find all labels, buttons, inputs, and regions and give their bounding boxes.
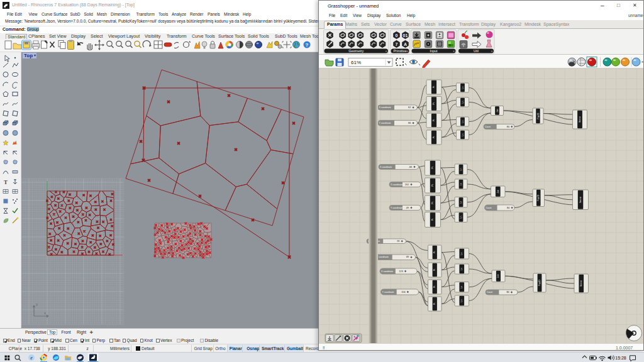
svg-text:+: + xyxy=(491,49,492,53)
svg-text:99: 99 xyxy=(397,240,399,243)
svg-text:Geometry: Geometry xyxy=(348,49,364,53)
svg-text:Ln: Ln xyxy=(462,101,464,104)
svg-text:+: + xyxy=(385,49,387,53)
svg-text:Ln: Ln xyxy=(460,168,462,171)
svg-text:62: 62 xyxy=(408,106,411,109)
svg-text:49: 49 xyxy=(406,207,409,209)
svg-text:Ln: Ln xyxy=(460,201,462,204)
svg-text:Pop2D: Pop2D xyxy=(538,279,541,285)
svg-text:e: e xyxy=(30,355,33,361)
svg-text:69: 69 xyxy=(406,256,409,258)
svg-text:Ln: Ln xyxy=(460,253,463,255)
svg-text:156: 156 xyxy=(401,291,405,293)
svg-text:80: 80 xyxy=(507,207,509,209)
svg-text:01: 01 xyxy=(403,33,408,38)
svg-text:X coordinate: X coordinate xyxy=(380,166,392,168)
svg-text:-66: -66 xyxy=(409,166,413,168)
svg-text:7: 7 xyxy=(396,42,398,47)
svg-text:Join: Join xyxy=(496,109,499,112)
svg-text:80: 80 xyxy=(507,126,509,128)
svg-text:Pt: Pt xyxy=(431,219,434,221)
svg-text:Primitive: Primitive xyxy=(393,49,406,53)
svg-text:Pt: Pt xyxy=(433,303,436,305)
svg-text:Y coordinate: Y coordinate xyxy=(377,256,389,258)
svg-text:Pt: Pt xyxy=(433,136,435,138)
svg-text:123: 123 xyxy=(399,270,402,273)
svg-text:Voronoi: Voronoi xyxy=(579,116,581,123)
svg-text:Join: Join xyxy=(497,274,500,278)
svg-text:Count: Count xyxy=(487,291,492,293)
svg-text:Pt: Pt xyxy=(433,102,435,104)
svg-text:Pt: Pt xyxy=(431,167,434,168)
svg-text:+: + xyxy=(453,49,455,53)
svg-text:X coordinate: X coordinate xyxy=(379,106,391,109)
svg-text:Ln: Ln xyxy=(462,87,464,89)
svg-text:Util: Util xyxy=(474,49,479,53)
svg-text:Pop2D: Pop2D xyxy=(537,194,540,200)
svg-text:Y coordinate: Y coordinate xyxy=(379,122,391,124)
svg-text:61%: 61% xyxy=(351,60,361,65)
svg-text:Ln: Ln xyxy=(462,121,464,123)
svg-text:15:28: 15:28 xyxy=(615,356,626,360)
svg-text:Y coordinate: Y coordinate xyxy=(382,291,394,293)
svg-text:Ln: Ln xyxy=(462,134,464,136)
svg-text:x: x xyxy=(44,311,46,315)
svg-text:86: 86 xyxy=(408,122,411,124)
svg-text:Pt: Pt xyxy=(431,202,434,204)
svg-text:Voronoi: Voronoi xyxy=(579,196,582,203)
svg-text:Ln: Ln xyxy=(460,183,462,185)
svg-text:0: 0 xyxy=(396,33,398,38)
svg-text:Ln: Ln xyxy=(460,300,463,302)
svg-text:Y coordinate: Y coordinate xyxy=(391,207,402,209)
svg-text:Ln: Ln xyxy=(460,216,462,219)
svg-text:X coordinate: X coordinate xyxy=(391,184,402,186)
svg-text:Ln: Ln xyxy=(460,268,463,270)
svg-text:y: y xyxy=(36,302,38,306)
svg-text:Voronoi: Voronoi xyxy=(580,280,582,287)
svg-text:Pt: Pt xyxy=(433,269,436,271)
svg-text:?: ? xyxy=(306,42,309,48)
svg-text:80: 80 xyxy=(506,291,509,293)
svg-text:Join: Join xyxy=(497,190,499,194)
svg-text:Input: Input xyxy=(430,49,438,53)
svg-text:Pt: Pt xyxy=(433,119,435,121)
svg-text:Pop2D: Pop2D xyxy=(537,112,540,119)
svg-text:Count: Count xyxy=(485,126,491,128)
svg-text:Count: Count xyxy=(486,207,492,209)
svg-text:X coordinate: X coordinate xyxy=(381,270,393,273)
svg-text:Pt: Pt xyxy=(433,86,435,88)
svg-text:192: 192 xyxy=(405,184,409,186)
svg-text:Pt: Pt xyxy=(431,184,434,186)
svg-text:Pt: Pt xyxy=(433,251,436,253)
svg-text:Pt: Pt xyxy=(433,286,436,288)
svg-text:Ln: Ln xyxy=(460,286,463,288)
svg-text:T: T xyxy=(4,179,8,185)
svg-text:A: A xyxy=(404,42,407,47)
svg-text:+: + xyxy=(406,49,408,53)
